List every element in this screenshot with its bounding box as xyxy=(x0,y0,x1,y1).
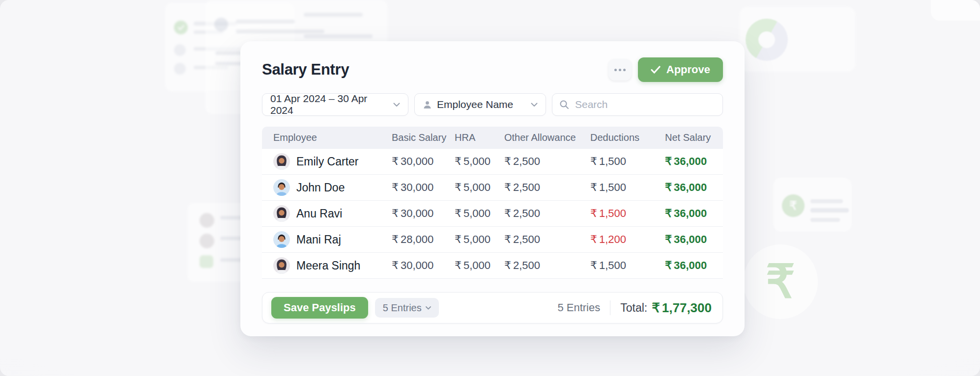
background-list-decoration xyxy=(188,203,249,282)
ellipsis-icon xyxy=(614,69,617,71)
check-circle-icon xyxy=(174,21,188,34)
search-input[interactable] xyxy=(574,98,716,111)
net-salary-cell: ₹36,000 xyxy=(665,259,723,272)
other-allowance-cell: ₹2,500 xyxy=(504,259,590,272)
chevron-down-icon xyxy=(393,103,400,107)
card-header: Salary Entry Approve xyxy=(262,57,723,82)
rupee-circle-icon: ₹ xyxy=(782,194,805,217)
deductions-cell: ₹1,500 xyxy=(590,181,665,194)
chevron-down-icon xyxy=(426,306,431,310)
table-row[interactable]: Mani Raj ₹28,000 ₹5,000 ₹2,500 ₹1,200 ₹3… xyxy=(262,226,723,252)
column-header-hra: HRA xyxy=(455,132,504,143)
employee-avatar xyxy=(273,257,290,274)
hra-cell: ₹5,000 xyxy=(455,233,504,246)
checkmark-icon xyxy=(651,66,661,74)
summary-footer-bar: Save Payslips 5 Entries 5 Entries Total:… xyxy=(262,292,723,323)
search-icon xyxy=(559,100,569,109)
avatar-decoration xyxy=(214,18,228,31)
employee-avatar xyxy=(273,153,290,170)
pie-chart-decoration xyxy=(746,19,788,61)
basic-salary-cell: ₹30,000 xyxy=(392,259,455,272)
rupee-watermark-circle: ₹ xyxy=(743,244,818,319)
basic-salary-cell: ₹28,000 xyxy=(392,233,455,246)
check-square-icon xyxy=(200,255,213,268)
avatar-decoration xyxy=(200,213,214,228)
filter-bar: 01 Apr 2024 – 30 Apr 2024 Employee Name xyxy=(262,93,723,116)
deductions-cell: ₹1,200 xyxy=(590,233,665,246)
date-range-select[interactable]: 01 Apr 2024 – 30 Apr 2024 xyxy=(262,93,408,116)
basic-salary-cell: ₹30,000 xyxy=(392,207,455,220)
employee-name: John Doe xyxy=(296,181,345,194)
column-header-net-salary: Net Salary xyxy=(665,132,723,143)
table-row[interactable]: Anu Ravi ₹30,000 ₹5,000 ₹2,500 ₹1,500 ₹3… xyxy=(262,200,723,226)
basic-salary-cell: ₹30,000 xyxy=(392,181,455,194)
salary-entry-card: Salary Entry Approve 01 Apr 2024 – 30 Ap… xyxy=(240,41,745,336)
column-header-basic-salary: Basic Salary xyxy=(392,132,455,143)
total-value: ₹1,77,300 xyxy=(652,300,712,316)
table-row[interactable]: Meera Singh ₹30,000 ₹5,000 ₹2,500 ₹1,500… xyxy=(262,252,723,278)
search-field xyxy=(552,93,723,116)
net-salary-cell: ₹36,000 xyxy=(665,207,723,220)
more-options-button[interactable] xyxy=(608,59,632,81)
other-allowance-cell: ₹2,500 xyxy=(504,181,590,194)
basic-salary-cell: ₹30,000 xyxy=(392,155,455,168)
divider xyxy=(610,300,610,315)
save-payslips-button[interactable]: Save Payslips xyxy=(271,297,368,319)
employee-avatar xyxy=(273,205,290,222)
net-salary-cell: ₹36,000 xyxy=(665,181,723,194)
table-row[interactable]: John Doe ₹30,000 ₹5,000 ₹2,500 ₹1,500 ₹3… xyxy=(262,174,723,200)
chevron-down-icon xyxy=(531,103,538,107)
salary-table: Employee Basic Salary HRA Other Allowanc… xyxy=(262,127,723,279)
entries-selector-value: 5 Entries xyxy=(383,302,422,314)
approve-label: Approve xyxy=(666,63,710,76)
employee-avatar xyxy=(273,231,290,248)
employee-filter-value: Employee Name xyxy=(437,99,513,110)
net-salary-cell: ₹36,000 xyxy=(665,233,723,246)
deductions-cell: ₹1,500 xyxy=(590,259,665,272)
table-header-row: Employee Basic Salary HRA Other Allowanc… xyxy=(262,127,723,148)
entries-count-text: 5 Entries xyxy=(557,301,600,314)
deductions-cell: ₹1,500 xyxy=(590,155,665,168)
approve-button[interactable]: Approve xyxy=(638,57,723,82)
employee-avatar xyxy=(273,179,290,196)
column-header-employee: Employee xyxy=(262,132,392,143)
employee-name: Meera Singh xyxy=(296,259,360,272)
hra-cell: ₹5,000 xyxy=(455,155,504,168)
rupee-card-decoration: ₹ xyxy=(773,178,852,232)
hra-cell: ₹5,000 xyxy=(455,259,504,272)
other-allowance-cell: ₹2,500 xyxy=(504,207,590,220)
payroll-app-background: { "window": { "background": "#f5f5f7" },… xyxy=(0,0,980,376)
column-header-deductions: Deductions xyxy=(590,132,665,143)
person-icon xyxy=(423,100,432,109)
deductions-cell: ₹1,500 xyxy=(590,207,665,220)
total-label: Total: xyxy=(620,301,647,315)
date-range-value: 01 Apr 2024 – 30 Apr 2024 xyxy=(270,93,388,116)
employee-name: Mani Raj xyxy=(296,233,341,246)
employee-filter-select[interactable]: Employee Name xyxy=(414,93,546,116)
employee-name: Emily Carter xyxy=(296,155,359,168)
other-allowance-cell: ₹2,500 xyxy=(504,155,590,168)
hra-cell: ₹5,000 xyxy=(455,207,504,220)
column-header-other-allowance: Other Allowance xyxy=(504,132,590,143)
hra-cell: ₹5,000 xyxy=(455,181,504,194)
entries-per-page-select[interactable]: 5 Entries xyxy=(375,298,439,318)
avatar-decoration xyxy=(200,234,214,248)
net-salary-cell: ₹36,000 xyxy=(665,155,723,168)
rupee-watermark-icon: ₹ xyxy=(766,259,795,305)
other-allowance-cell: ₹2,500 xyxy=(504,233,590,246)
table-row[interactable]: Emily Carter ₹30,000 ₹5,000 ₹2,500 ₹1,50… xyxy=(262,148,723,174)
background-corner-decoration xyxy=(931,0,980,21)
employee-name: Anu Ravi xyxy=(296,207,342,220)
page-title: Salary Entry xyxy=(262,61,349,79)
